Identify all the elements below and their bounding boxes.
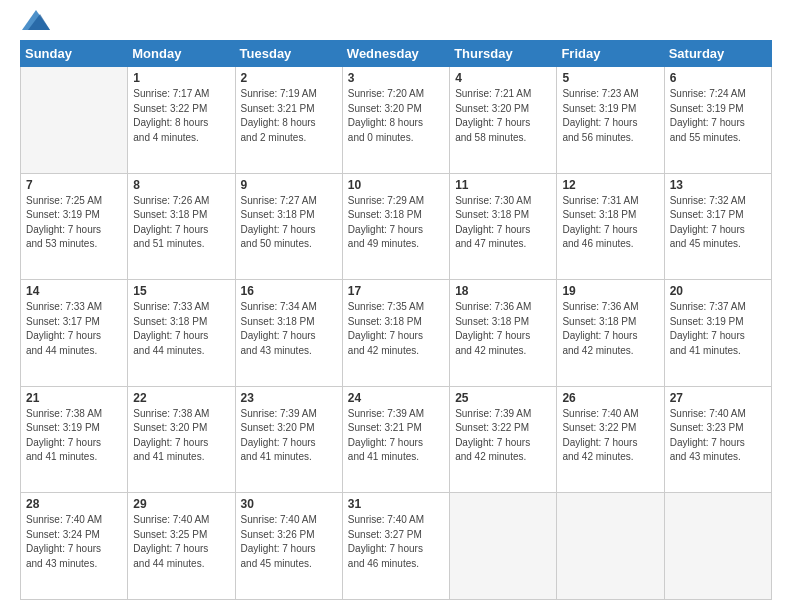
- day-number: 12: [562, 178, 658, 192]
- day-number: 20: [670, 284, 766, 298]
- day-info: Sunrise: 7:40 AMSunset: 3:22 PMDaylight:…: [562, 407, 658, 465]
- col-saturday: Saturday: [664, 41, 771, 67]
- table-row: [450, 493, 557, 600]
- day-info: Sunrise: 7:33 AMSunset: 3:18 PMDaylight:…: [133, 300, 229, 358]
- day-info: Sunrise: 7:40 AMSunset: 3:24 PMDaylight:…: [26, 513, 122, 571]
- day-number: 21: [26, 391, 122, 405]
- day-number: 17: [348, 284, 444, 298]
- day-number: 30: [241, 497, 337, 511]
- table-row: 31Sunrise: 7:40 AMSunset: 3:27 PMDayligh…: [342, 493, 449, 600]
- table-row: 4Sunrise: 7:21 AMSunset: 3:20 PMDaylight…: [450, 67, 557, 174]
- calendar-header: Sunday Monday Tuesday Wednesday Thursday…: [21, 41, 772, 67]
- day-number: 22: [133, 391, 229, 405]
- day-number: 6: [670, 71, 766, 85]
- day-info: Sunrise: 7:35 AMSunset: 3:18 PMDaylight:…: [348, 300, 444, 358]
- table-row: 22Sunrise: 7:38 AMSunset: 3:20 PMDayligh…: [128, 386, 235, 493]
- table-row: 8Sunrise: 7:26 AMSunset: 3:18 PMDaylight…: [128, 173, 235, 280]
- day-number: 10: [348, 178, 444, 192]
- day-number: 14: [26, 284, 122, 298]
- calendar-week-row: 14Sunrise: 7:33 AMSunset: 3:17 PMDayligh…: [21, 280, 772, 387]
- table-row: 19Sunrise: 7:36 AMSunset: 3:18 PMDayligh…: [557, 280, 664, 387]
- day-info: Sunrise: 7:31 AMSunset: 3:18 PMDaylight:…: [562, 194, 658, 252]
- day-number: 2: [241, 71, 337, 85]
- table-row: 3Sunrise: 7:20 AMSunset: 3:20 PMDaylight…: [342, 67, 449, 174]
- table-row: 6Sunrise: 7:24 AMSunset: 3:19 PMDaylight…: [664, 67, 771, 174]
- day-number: 3: [348, 71, 444, 85]
- day-info: Sunrise: 7:34 AMSunset: 3:18 PMDaylight:…: [241, 300, 337, 358]
- table-row: 5Sunrise: 7:23 AMSunset: 3:19 PMDaylight…: [557, 67, 664, 174]
- day-number: 24: [348, 391, 444, 405]
- day-info: Sunrise: 7:17 AMSunset: 3:22 PMDaylight:…: [133, 87, 229, 145]
- day-number: 4: [455, 71, 551, 85]
- day-number: 29: [133, 497, 229, 511]
- logo-icon: [22, 10, 50, 30]
- table-row: 2Sunrise: 7:19 AMSunset: 3:21 PMDaylight…: [235, 67, 342, 174]
- calendar-week-row: 21Sunrise: 7:38 AMSunset: 3:19 PMDayligh…: [21, 386, 772, 493]
- table-row: 27Sunrise: 7:40 AMSunset: 3:23 PMDayligh…: [664, 386, 771, 493]
- table-row: 12Sunrise: 7:31 AMSunset: 3:18 PMDayligh…: [557, 173, 664, 280]
- day-info: Sunrise: 7:30 AMSunset: 3:18 PMDaylight:…: [455, 194, 551, 252]
- day-number: 19: [562, 284, 658, 298]
- table-row: 20Sunrise: 7:37 AMSunset: 3:19 PMDayligh…: [664, 280, 771, 387]
- day-number: 28: [26, 497, 122, 511]
- day-info: Sunrise: 7:38 AMSunset: 3:19 PMDaylight:…: [26, 407, 122, 465]
- day-info: Sunrise: 7:19 AMSunset: 3:21 PMDaylight:…: [241, 87, 337, 145]
- day-info: Sunrise: 7:33 AMSunset: 3:17 PMDaylight:…: [26, 300, 122, 358]
- day-info: Sunrise: 7:39 AMSunset: 3:21 PMDaylight:…: [348, 407, 444, 465]
- header-row: Sunday Monday Tuesday Wednesday Thursday…: [21, 41, 772, 67]
- table-row: [664, 493, 771, 600]
- table-row: 30Sunrise: 7:40 AMSunset: 3:26 PMDayligh…: [235, 493, 342, 600]
- day-info: Sunrise: 7:39 AMSunset: 3:22 PMDaylight:…: [455, 407, 551, 465]
- logo: [20, 16, 50, 30]
- table-row: 14Sunrise: 7:33 AMSunset: 3:17 PMDayligh…: [21, 280, 128, 387]
- table-row: 17Sunrise: 7:35 AMSunset: 3:18 PMDayligh…: [342, 280, 449, 387]
- day-info: Sunrise: 7:21 AMSunset: 3:20 PMDaylight:…: [455, 87, 551, 145]
- day-info: Sunrise: 7:29 AMSunset: 3:18 PMDaylight:…: [348, 194, 444, 252]
- table-row: 13Sunrise: 7:32 AMSunset: 3:17 PMDayligh…: [664, 173, 771, 280]
- table-row: [21, 67, 128, 174]
- day-number: 31: [348, 497, 444, 511]
- day-info: Sunrise: 7:25 AMSunset: 3:19 PMDaylight:…: [26, 194, 122, 252]
- day-info: Sunrise: 7:40 AMSunset: 3:25 PMDaylight:…: [133, 513, 229, 571]
- table-row: 9Sunrise: 7:27 AMSunset: 3:18 PMDaylight…: [235, 173, 342, 280]
- table-row: 18Sunrise: 7:36 AMSunset: 3:18 PMDayligh…: [450, 280, 557, 387]
- col-monday: Monday: [128, 41, 235, 67]
- calendar-week-row: 7Sunrise: 7:25 AMSunset: 3:19 PMDaylight…: [21, 173, 772, 280]
- day-info: Sunrise: 7:20 AMSunset: 3:20 PMDaylight:…: [348, 87, 444, 145]
- day-info: Sunrise: 7:26 AMSunset: 3:18 PMDaylight:…: [133, 194, 229, 252]
- day-number: 13: [670, 178, 766, 192]
- day-info: Sunrise: 7:40 AMSunset: 3:27 PMDaylight:…: [348, 513, 444, 571]
- day-number: 23: [241, 391, 337, 405]
- table-row: 24Sunrise: 7:39 AMSunset: 3:21 PMDayligh…: [342, 386, 449, 493]
- day-info: Sunrise: 7:36 AMSunset: 3:18 PMDaylight:…: [562, 300, 658, 358]
- page: Sunday Monday Tuesday Wednesday Thursday…: [0, 0, 792, 612]
- col-wednesday: Wednesday: [342, 41, 449, 67]
- table-row: 26Sunrise: 7:40 AMSunset: 3:22 PMDayligh…: [557, 386, 664, 493]
- table-row: 7Sunrise: 7:25 AMSunset: 3:19 PMDaylight…: [21, 173, 128, 280]
- table-row: 23Sunrise: 7:39 AMSunset: 3:20 PMDayligh…: [235, 386, 342, 493]
- day-number: 26: [562, 391, 658, 405]
- calendar-table: Sunday Monday Tuesday Wednesday Thursday…: [20, 40, 772, 600]
- day-number: 5: [562, 71, 658, 85]
- day-number: 9: [241, 178, 337, 192]
- day-info: Sunrise: 7:39 AMSunset: 3:20 PMDaylight:…: [241, 407, 337, 465]
- col-friday: Friday: [557, 41, 664, 67]
- day-number: 27: [670, 391, 766, 405]
- day-info: Sunrise: 7:38 AMSunset: 3:20 PMDaylight:…: [133, 407, 229, 465]
- header: [20, 16, 772, 30]
- day-info: Sunrise: 7:40 AMSunset: 3:26 PMDaylight:…: [241, 513, 337, 571]
- day-number: 7: [26, 178, 122, 192]
- table-row: 10Sunrise: 7:29 AMSunset: 3:18 PMDayligh…: [342, 173, 449, 280]
- day-info: Sunrise: 7:40 AMSunset: 3:23 PMDaylight:…: [670, 407, 766, 465]
- table-row: 21Sunrise: 7:38 AMSunset: 3:19 PMDayligh…: [21, 386, 128, 493]
- table-row: 29Sunrise: 7:40 AMSunset: 3:25 PMDayligh…: [128, 493, 235, 600]
- day-info: Sunrise: 7:23 AMSunset: 3:19 PMDaylight:…: [562, 87, 658, 145]
- calendar-week-row: 28Sunrise: 7:40 AMSunset: 3:24 PMDayligh…: [21, 493, 772, 600]
- table-row: 1Sunrise: 7:17 AMSunset: 3:22 PMDaylight…: [128, 67, 235, 174]
- day-info: Sunrise: 7:36 AMSunset: 3:18 PMDaylight:…: [455, 300, 551, 358]
- table-row: 28Sunrise: 7:40 AMSunset: 3:24 PMDayligh…: [21, 493, 128, 600]
- day-info: Sunrise: 7:32 AMSunset: 3:17 PMDaylight:…: [670, 194, 766, 252]
- table-row: 25Sunrise: 7:39 AMSunset: 3:22 PMDayligh…: [450, 386, 557, 493]
- col-sunday: Sunday: [21, 41, 128, 67]
- day-info: Sunrise: 7:27 AMSunset: 3:18 PMDaylight:…: [241, 194, 337, 252]
